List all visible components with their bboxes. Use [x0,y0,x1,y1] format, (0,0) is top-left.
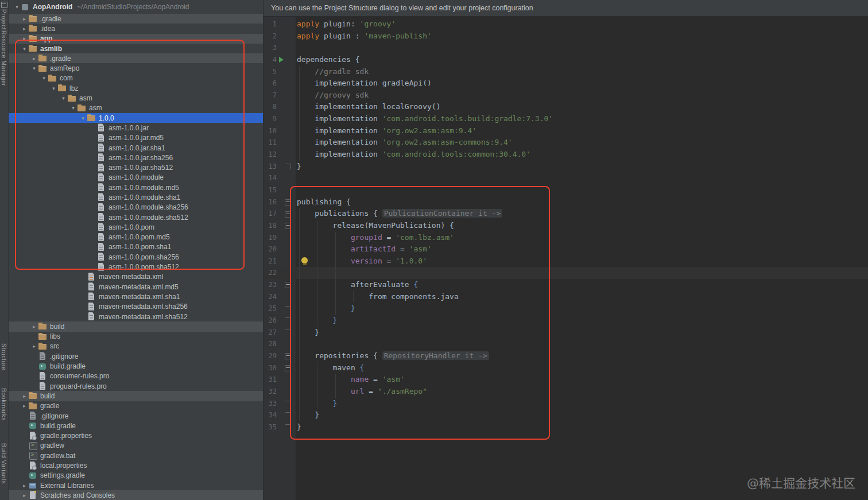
tree-row[interactable]: ▸.gradle [9,14,263,24]
chevron-expanded-icon[interactable]: ▾ [69,105,77,111]
code-line[interactable]: 18 release(MavenPublication) { [264,220,868,232]
tree-row[interactable]: maven-metadata.xml.sha256 [9,302,263,312]
code-line[interactable]: 5 //gradle sdk [264,66,868,78]
code-line[interactable]: 33 } [264,398,868,410]
tree-row[interactable]: asm-1.0.0.jar.sha256 [9,153,263,162]
code-line[interactable]: 15 [264,184,868,196]
tree-row[interactable]: ▾lbz [9,83,263,93]
code-line[interactable]: 25 } [264,303,868,315]
chevron-expanded-icon[interactable]: ▾ [21,46,28,52]
tree-row[interactable]: asm-1.0.0.jar.sha1 [9,143,263,153]
code-line[interactable]: 14 [264,172,868,184]
code-line[interactable]: 21 version = '1.0.0' [264,255,868,268]
code-line[interactable]: 1apply plugin: 'groovy' [264,18,868,30]
tree-row[interactable]: ▾asm [9,103,263,113]
fold-icon[interactable] [277,196,296,208]
code-line[interactable]: 9 implementation 'com.android.tools.buil… [264,113,868,125]
chevron-expanded-icon[interactable]: ▾ [13,4,21,10]
tree-row[interactable]: ▸build [9,391,263,401]
tree-row[interactable]: ▸.gradle [9,53,263,63]
tree-row[interactable]: asm-1.0.0.pom.sha256 [9,252,263,262]
tree-row[interactable]: asm-1.0.0.module.sha256 [9,203,263,212]
code-line[interactable]: 17 publications { PublicationContainer i… [264,208,868,220]
tree-row[interactable]: maven-metadata.xml.sha512 [9,312,263,321]
fold-icon[interactable] [277,350,296,362]
code-line[interactable]: 7 //groovy sdk [264,90,868,102]
intention-bulb-icon[interactable] [301,257,308,263]
chevron-collapsed-icon[interactable]: ▸ [21,493,28,498]
tree-row[interactable]: asm-1.0.0.pom.sha1 [9,242,263,252]
tree-row[interactable]: build.gradle [9,421,263,431]
code-line[interactable]: 26 } [264,315,868,327]
tree-row[interactable]: local.properties [9,460,263,470]
chevron-collapsed-icon[interactable]: ▸ [21,403,28,409]
chevron-collapsed-icon[interactable]: ▸ [21,16,28,22]
tree-row[interactable]: ▾asmRepo [9,63,263,73]
chevron-expanded-icon[interactable]: ▾ [30,65,38,71]
fold-end-icon[interactable] [277,409,296,421]
tool-strip-tab-build-variants[interactable]: Build Variants [1,443,7,484]
tool-strip-tab-structure[interactable]: Structure [1,343,7,370]
tree-row[interactable]: proguard-rules.pro [9,381,263,391]
code-line[interactable]: 3 [264,42,868,54]
fold-end-icon[interactable] [277,161,296,173]
code-line[interactable]: 10 implementation 'org.ow2.asm:asm:9.4' [264,125,868,137]
code-line[interactable]: 30 maven { [264,362,868,374]
tree-row[interactable]: .gitignore [9,411,263,421]
chevron-expanded-icon[interactable]: ▾ [79,115,87,121]
tree-row[interactable]: ▸src [9,342,263,351]
tree-row[interactable]: maven-metadata.xml.md5 [9,282,263,292]
fold-end-icon[interactable] [277,421,296,433]
fold-icon[interactable] [277,279,296,291]
code-line[interactable]: 16publishing { [264,196,868,208]
tree-row[interactable]: ▾1.0.0 [9,113,263,123]
tree-row[interactable]: asm-1.0.0.jar [9,123,263,133]
tree-row[interactable]: ▸Scratches and Consoles [9,490,263,500]
code-line[interactable]: 35} [264,421,868,433]
tool-strip-tab-bookmarks[interactable]: Bookmarks [1,388,7,421]
tree-row[interactable]: maven-metadata.xml.sha1 [9,292,263,301]
tree-row[interactable]: ▸.idea [9,24,263,33]
tree-row[interactable]: libs [9,332,263,342]
tree-row[interactable]: ▾com [9,73,263,83]
tree-row[interactable]: asm-1.0.0.pom.sha512 [9,262,263,272]
chevron-collapsed-icon[interactable]: ▸ [21,483,28,489]
tree-row[interactable]: asm-1.0.0.jar.sha512 [9,162,263,172]
tree-row[interactable]: ▸External Libraries [9,480,263,490]
code-line[interactable]: 20 artifactId = 'asm' [264,243,868,255]
tree-row[interactable]: gradle.properties [9,431,263,440]
tree-row[interactable]: build.gradle [9,361,263,371]
tree-row[interactable]: ▾asm [9,93,263,103]
chevron-collapsed-icon[interactable]: ▸ [21,393,28,399]
code-line[interactable]: 19 groupId = 'com.lbz.asm' [264,232,868,244]
tree-row[interactable]: asm-1.0.0.pom.md5 [9,232,263,242]
tree-row[interactable]: consumer-rules.pro [9,371,263,381]
code-line[interactable]: 13} [264,161,868,173]
code-line[interactable]: 27 } [264,327,868,339]
tree-row[interactable]: ▾asmlib [9,44,263,53]
fold-icon[interactable] [277,362,296,374]
tree-row[interactable]: ▸app [9,34,263,44]
tree-row[interactable]: asm-1.0.0.module.sha1 [9,192,263,202]
tool-strip-tab-project[interactable]: Project [1,9,7,30]
tree-row[interactable]: maven-metadata.xml [9,272,263,282]
code-line[interactable]: 12 implementation 'com.android.tools:com… [264,149,868,161]
tree-row[interactable]: asm-1.0.0.module.md5 [9,183,263,192]
tree-row[interactable]: settings.gradle [9,471,263,480]
code-line[interactable]: 4dependencies { [264,54,868,66]
tree-row[interactable]: asm-1.0.0.module.sha512 [9,212,263,222]
fold-end-icon[interactable] [277,303,296,315]
tree-row[interactable]: asm-1.0.0.pom [9,222,263,232]
code-line[interactable]: 32 url = "./asmRepo" [264,386,868,398]
code-line[interactable]: 28 [264,338,868,350]
code-line[interactable]: 22 [264,267,868,279]
run-icon[interactable] [277,54,296,66]
code-line[interactable]: 31 name = 'asm' [264,374,868,386]
tree-row[interactable]: asm-1.0.0.module [9,173,263,183]
code-line[interactable]: 24 from components.java [264,291,868,303]
tree-row[interactable]: gradlew.bat [9,451,263,460]
tree-row[interactable]: ▸gradle [9,401,263,411]
tree-row[interactable]: gradlew [9,441,263,451]
tree-row[interactable]: .gitignore [9,351,263,361]
code-line[interactable]: 29 repositories { RepositoryHandler it -… [264,350,868,362]
